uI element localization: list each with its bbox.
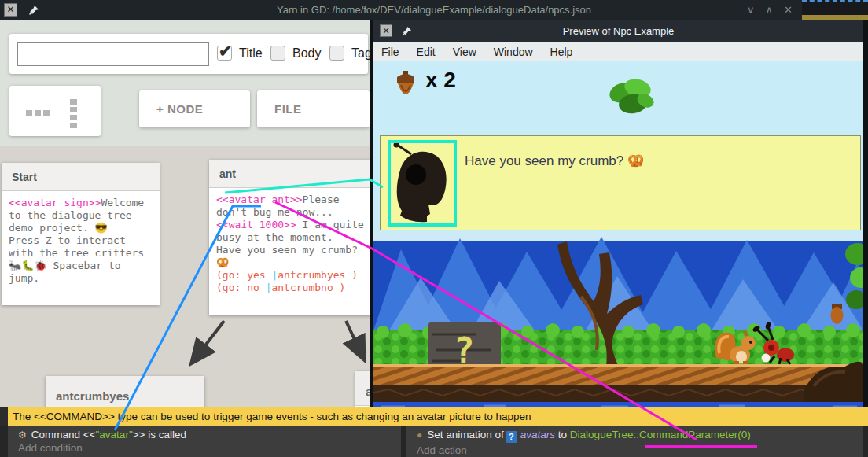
action-object[interactable]: avatars (520, 429, 555, 440)
yarn-window-titlebar: ✕ Yarn in GD: /home/fox/DEV/dialogueExam… (0, 0, 868, 20)
avatar-sign-command: <<avatar sign>> (9, 197, 101, 208)
info-bar: The <<COMMAND>> type can be used to trig… (0, 407, 868, 426)
node-ant-body[interactable]: <<avatar ant>>Please don't bug me now...… (209, 188, 371, 300)
acorn-count: x 2 (425, 68, 456, 93)
info-bar-text: The <<COMMAND>> type can be used to trig… (13, 411, 531, 422)
title-checkbox[interactable]: ✔ (217, 46, 232, 61)
ant-avatar (391, 143, 454, 223)
preview-window: ✕ Preview of Npc Example File Edit View … (370, 20, 868, 457)
preview-titlebar: ✕ Preview of Npc Example (373, 20, 863, 42)
tags-checkbox[interactable] (329, 46, 344, 61)
menu-help[interactable]: Help (550, 46, 573, 58)
node-start-title[interactable]: Start (2, 163, 160, 191)
node-ant-title[interactable]: ant (209, 160, 371, 188)
add-action-button[interactable]: Add action (417, 444, 863, 456)
menu-edit[interactable]: Edit (417, 46, 436, 58)
command-icon: ⚙ (18, 429, 27, 440)
background-window-corner (802, 0, 868, 20)
info-bar-notch (0, 407, 8, 426)
falling-acorn-sprite (831, 304, 844, 324)
title-checkbox-label: Title (239, 46, 263, 61)
search-card: ✔ Title Body Tags (9, 34, 368, 74)
condition-panel[interactable]: ⚙Command <<"avatar">> is called Add cond… (8, 426, 401, 457)
layout-toggle-card[interactable] (9, 86, 101, 136)
dialogue-box: Have you seen my crumb? 🥨 (380, 135, 861, 230)
game-scene: ? (373, 232, 863, 413)
node-ant[interactable]: ant <<avatar ant>>Please don't bug me no… (209, 160, 371, 315)
horizontal-layout-icon[interactable] (26, 110, 50, 116)
body-checkbox-label: Body (292, 46, 321, 61)
action-value[interactable]: DialogueTree::CommandParameter(0) (570, 429, 751, 440)
start-text: Welcome to the dialogue tree demo projec… (9, 197, 150, 284)
body-checkbox[interactable] (270, 46, 285, 61)
unknown-object-icon: ? (506, 431, 517, 443)
search-input[interactable] (17, 42, 209, 66)
acorn-hud-icon (395, 71, 417, 105)
window-title: Yarn in GD: /home/fox/DEV/dialogueExampl… (0, 4, 868, 16)
go-no-link: (go: no (216, 282, 266, 293)
file-button[interactable]: FILE (257, 90, 370, 127)
node-antcrumbyes-title[interactable]: antcrumbyes (46, 376, 204, 411)
preview-menubar: File Edit View Window Help (373, 42, 863, 61)
maximize-button[interactable]: ∧ (766, 4, 774, 16)
go-yes-link: (go: yes (216, 269, 271, 281)
menu-file[interactable]: File (381, 46, 399, 58)
game-viewport[interactable]: x 2 Have you s (373, 61, 863, 457)
leaf-sprite (606, 76, 657, 118)
menu-window[interactable]: Window (494, 46, 533, 58)
avatar-highlight-box (388, 140, 457, 227)
node-start-body[interactable]: <<avatar sign>>Welcome to the dialogue t… (2, 191, 160, 290)
action-icon: ● (417, 429, 422, 440)
vertical-layout-icon[interactable] (70, 99, 77, 128)
wait-command: <<wait 1000>> (216, 219, 296, 230)
command-parameter[interactable]: "avatar" (96, 429, 133, 440)
add-condition-button[interactable]: Add condition (18, 442, 401, 454)
check-icon: ✔ (219, 42, 232, 61)
close-button[interactable]: ✕ (784, 4, 793, 16)
preview-title: Preview of Npc Example (373, 25, 863, 37)
filter-title[interactable]: ✔ Title (217, 46, 263, 61)
node-start[interactable]: Start <<avatar sign>>Welcome to the dial… (2, 163, 160, 305)
add-node-button[interactable]: + NODE (139, 90, 250, 127)
action-panel[interactable]: ●Set animation of?avatars to DialogueTre… (406, 426, 863, 457)
dialogue-text: Have you seen my crumb? 🥨 (465, 153, 644, 169)
minimize-button[interactable]: ∨ (747, 4, 755, 16)
filter-body[interactable]: Body (270, 46, 321, 61)
menu-view[interactable]: View (453, 46, 476, 58)
event-panels: ⚙Command <<"avatar">> is called Add cond… (0, 426, 868, 457)
avatar-ant-command: <<avatar ant>> (216, 193, 303, 205)
